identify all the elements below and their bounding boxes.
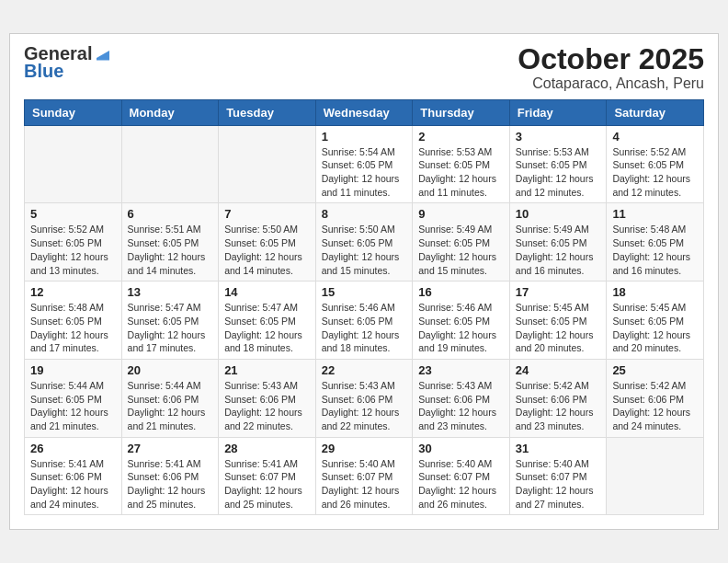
cell-1-7: 4Sunrise: 5:52 AM Sunset: 6:05 PM Daylig… — [607, 125, 704, 203]
cell-2-4: 8Sunrise: 5:50 AM Sunset: 6:05 PM Daylig… — [315, 203, 413, 282]
day-info: Sunrise: 5:45 AM Sunset: 6:05 PM Dayligh… — [612, 301, 698, 355]
day-info: Sunrise: 5:46 AM Sunset: 6:05 PM Dayligh… — [418, 301, 504, 355]
day-number: 27 — [128, 442, 213, 455]
day-number: 22 — [322, 363, 407, 377]
cell-1-5: 2Sunrise: 5:53 AM Sunset: 6:05 PM Daylig… — [413, 125, 510, 203]
calendar-body: 1Sunrise: 5:54 AM Sunset: 6:05 PM Daylig… — [25, 125, 704, 515]
day-info: Sunrise: 5:44 AM Sunset: 6:06 PM Dayligh… — [128, 379, 213, 433]
weekday-header-row: Sunday Monday Tuesday Wednesday Thursday… — [25, 99, 704, 125]
day-info: Sunrise: 5:42 AM Sunset: 6:06 PM Dayligh… — [516, 379, 601, 433]
day-number: 24 — [516, 363, 601, 377]
calendar-table: Sunday Monday Tuesday Wednesday Thursday… — [24, 99, 704, 516]
logo-blue: Blue — [24, 61, 63, 82]
day-info: Sunrise: 5:48 AM Sunset: 6:05 PM Dayligh… — [30, 301, 116, 355]
day-number: 20 — [128, 363, 213, 377]
cell-2-1: 5Sunrise: 5:52 AM Sunset: 6:05 PM Daylig… — [25, 203, 122, 282]
cell-4-6: 24Sunrise: 5:42 AM Sunset: 6:06 PM Dayli… — [509, 359, 607, 437]
day-number: 18 — [612, 285, 698, 299]
cell-2-2: 6Sunrise: 5:51 AM Sunset: 6:05 PM Daylig… — [121, 203, 219, 282]
day-info: Sunrise: 5:47 AM Sunset: 6:05 PM Dayligh… — [128, 301, 213, 355]
calendar-container: General Blue October 2025 Cotaparaco, An… — [9, 33, 719, 531]
cell-4-1: 19Sunrise: 5:44 AM Sunset: 6:05 PM Dayli… — [25, 359, 122, 437]
day-info: Sunrise: 5:47 AM Sunset: 6:05 PM Dayligh… — [224, 301, 310, 355]
day-info: Sunrise: 5:41 AM Sunset: 6:06 PM Dayligh… — [30, 457, 116, 511]
day-number: 28 — [224, 442, 310, 455]
day-info: Sunrise: 5:49 AM Sunset: 6:05 PM Dayligh… — [516, 223, 601, 277]
day-info: Sunrise: 5:45 AM Sunset: 6:05 PM Dayligh… — [516, 301, 601, 355]
day-number: 21 — [224, 363, 310, 377]
cell-1-2 — [121, 125, 219, 203]
week-row-4: 19Sunrise: 5:44 AM Sunset: 6:05 PM Dayli… — [25, 359, 704, 437]
day-info: Sunrise: 5:43 AM Sunset: 6:06 PM Dayligh… — [322, 379, 407, 433]
cell-3-6: 17Sunrise: 5:45 AM Sunset: 6:05 PM Dayli… — [509, 282, 607, 360]
day-info: Sunrise: 5:43 AM Sunset: 6:06 PM Dayligh… — [224, 379, 310, 433]
cell-3-1: 12Sunrise: 5:48 AM Sunset: 6:05 PM Dayli… — [25, 282, 122, 360]
header-monday: Monday — [121, 99, 219, 125]
cell-4-4: 22Sunrise: 5:43 AM Sunset: 6:06 PM Dayli… — [315, 359, 413, 437]
day-info: Sunrise: 5:50 AM Sunset: 6:05 PM Dayligh… — [322, 223, 407, 277]
cell-5-6: 31Sunrise: 5:40 AM Sunset: 6:07 PM Dayli… — [509, 437, 607, 515]
svg-marker-0 — [97, 51, 109, 58]
day-number: 29 — [322, 442, 407, 455]
day-number: 3 — [516, 130, 601, 144]
day-number: 13 — [128, 285, 213, 299]
title-section: October 2025 Cotaparaco, Ancash, Peru — [518, 43, 704, 92]
cell-3-2: 13Sunrise: 5:47 AM Sunset: 6:05 PM Dayli… — [121, 282, 219, 360]
day-info: Sunrise: 5:49 AM Sunset: 6:05 PM Dayligh… — [418, 223, 504, 277]
day-number: 4 — [612, 130, 698, 144]
day-number: 26 — [30, 442, 116, 455]
day-number: 17 — [516, 285, 601, 299]
day-info: Sunrise: 5:52 AM Sunset: 6:05 PM Dayligh… — [30, 223, 116, 277]
header-friday: Friday — [509, 99, 607, 125]
day-info: Sunrise: 5:41 AM Sunset: 6:07 PM Dayligh… — [224, 457, 310, 511]
day-info: Sunrise: 5:43 AM Sunset: 6:06 PM Dayligh… — [418, 379, 504, 433]
day-info: Sunrise: 5:51 AM Sunset: 6:05 PM Dayligh… — [128, 223, 213, 277]
cell-3-7: 18Sunrise: 5:45 AM Sunset: 6:05 PM Dayli… — [607, 282, 704, 360]
day-info: Sunrise: 5:46 AM Sunset: 6:05 PM Dayligh… — [322, 301, 407, 355]
day-number: 15 — [322, 285, 407, 299]
header-tuesday: Tuesday — [219, 99, 316, 125]
day-number: 30 — [418, 442, 504, 455]
day-number: 11 — [612, 207, 698, 221]
day-info: Sunrise: 5:53 AM Sunset: 6:05 PM Dayligh… — [516, 145, 601, 200]
day-number: 6 — [128, 207, 213, 221]
cell-5-1: 26Sunrise: 5:41 AM Sunset: 6:06 PM Dayli… — [25, 437, 122, 515]
day-info: Sunrise: 5:48 AM Sunset: 6:05 PM Dayligh… — [612, 223, 698, 277]
day-number: 9 — [418, 207, 504, 221]
logo-icon — [93, 41, 113, 62]
header-saturday: Saturday — [607, 99, 704, 125]
week-row-3: 12Sunrise: 5:48 AM Sunset: 6:05 PM Dayli… — [25, 282, 704, 360]
cell-4-7: 25Sunrise: 5:42 AM Sunset: 6:06 PM Dayli… — [607, 359, 704, 437]
day-number: 19 — [30, 363, 116, 377]
cell-5-5: 30Sunrise: 5:40 AM Sunset: 6:07 PM Dayli… — [413, 437, 510, 515]
header-wednesday: Wednesday — [315, 99, 413, 125]
day-number: 31 — [516, 442, 601, 455]
week-row-5: 26Sunrise: 5:41 AM Sunset: 6:06 PM Dayli… — [25, 437, 704, 515]
day-number: 25 — [612, 363, 698, 377]
cell-1-4: 1Sunrise: 5:54 AM Sunset: 6:05 PM Daylig… — [315, 125, 413, 203]
day-number: 1 — [322, 130, 407, 144]
week-row-2: 5Sunrise: 5:52 AM Sunset: 6:05 PM Daylig… — [25, 203, 704, 282]
cell-5-3: 28Sunrise: 5:41 AM Sunset: 6:07 PM Dayli… — [219, 437, 316, 515]
day-number: 12 — [30, 285, 116, 299]
day-number: 2 — [418, 130, 504, 144]
cell-4-3: 21Sunrise: 5:43 AM Sunset: 6:06 PM Dayli… — [219, 359, 316, 437]
day-number: 16 — [418, 285, 504, 299]
month-title: October 2025 — [518, 43, 704, 75]
day-number: 7 — [224, 207, 310, 221]
cell-4-5: 23Sunrise: 5:43 AM Sunset: 6:06 PM Dayli… — [413, 359, 510, 437]
day-number: 14 — [224, 285, 310, 299]
cell-4-2: 20Sunrise: 5:44 AM Sunset: 6:06 PM Dayli… — [121, 359, 219, 437]
day-number: 23 — [418, 363, 504, 377]
cell-3-4: 15Sunrise: 5:46 AM Sunset: 6:05 PM Dayli… — [315, 282, 413, 360]
week-row-1: 1Sunrise: 5:54 AM Sunset: 6:05 PM Daylig… — [25, 125, 704, 203]
cell-1-3 — [219, 125, 316, 203]
day-info: Sunrise: 5:53 AM Sunset: 6:05 PM Dayligh… — [418, 145, 504, 200]
header-thursday: Thursday — [413, 99, 510, 125]
calendar-header: General Blue October 2025 Cotaparaco, An… — [24, 43, 704, 92]
location-title: Cotaparaco, Ancash, Peru — [518, 75, 704, 92]
cell-2-5: 9Sunrise: 5:49 AM Sunset: 6:05 PM Daylig… — [413, 203, 510, 282]
day-number: 10 — [516, 207, 601, 221]
cell-1-6: 3Sunrise: 5:53 AM Sunset: 6:05 PM Daylig… — [509, 125, 607, 203]
day-info: Sunrise: 5:40 AM Sunset: 6:07 PM Dayligh… — [516, 457, 601, 511]
